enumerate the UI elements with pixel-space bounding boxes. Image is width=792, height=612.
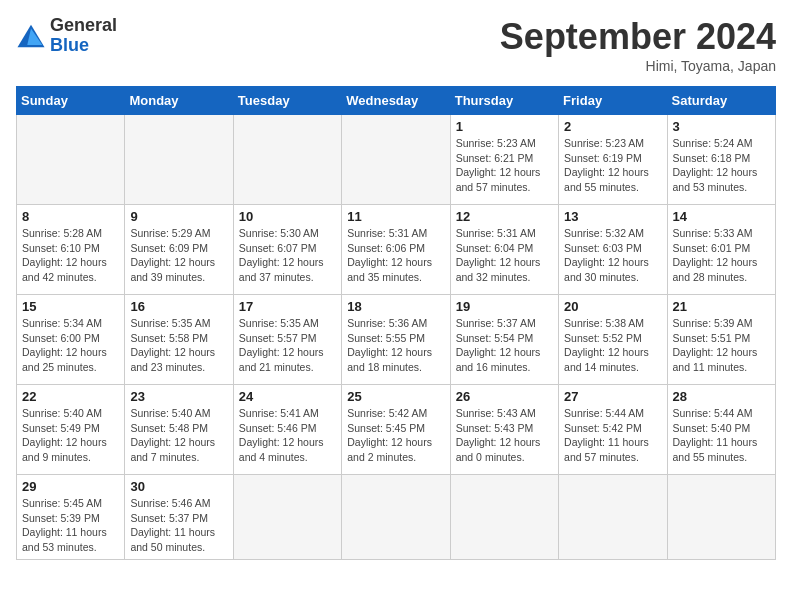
day-detail: Sunrise: 5:43 AM Sunset: 5:43 PM Dayligh… [456,406,553,465]
day-number: 21 [673,299,770,314]
day-number: 16 [130,299,227,314]
day-detail: Sunrise: 5:34 AM Sunset: 6:00 PM Dayligh… [22,316,119,375]
day-number: 29 [22,479,119,494]
day-number: 13 [564,209,661,224]
day-cell-25: 25Sunrise: 5:42 AM Sunset: 5:45 PM Dayli… [342,385,450,475]
location-text: Himi, Toyama, Japan [500,58,776,74]
day-cell-28: 28Sunrise: 5:44 AM Sunset: 5:40 PM Dayli… [667,385,775,475]
day-number: 14 [673,209,770,224]
page-header: General Blue September 2024 Himi, Toyama… [16,16,776,74]
day-number: 22 [22,389,119,404]
logo: General Blue [16,16,117,56]
day-detail: Sunrise: 5:33 AM Sunset: 6:01 PM Dayligh… [673,226,770,285]
empty-cell [125,115,233,205]
day-number: 26 [456,389,553,404]
week-row-5: 29Sunrise: 5:45 AM Sunset: 5:39 PM Dayli… [17,475,776,560]
day-detail: Sunrise: 5:24 AM Sunset: 6:18 PM Dayligh… [673,136,770,195]
day-number: 18 [347,299,444,314]
day-number: 20 [564,299,661,314]
day-detail: Sunrise: 5:23 AM Sunset: 6:19 PM Dayligh… [564,136,661,195]
day-number: 28 [673,389,770,404]
day-cell-11: 11Sunrise: 5:31 AM Sunset: 6:06 PM Dayli… [342,205,450,295]
empty-cell [667,475,775,560]
day-detail: Sunrise: 5:44 AM Sunset: 5:42 PM Dayligh… [564,406,661,465]
day-cell-2: 2Sunrise: 5:23 AM Sunset: 6:19 PM Daylig… [559,115,667,205]
day-cell-30: 30Sunrise: 5:46 AM Sunset: 5:37 PM Dayli… [125,475,233,560]
day-number: 17 [239,299,336,314]
day-cell-12: 12Sunrise: 5:31 AM Sunset: 6:04 PM Dayli… [450,205,558,295]
logo-text: General Blue [50,16,117,56]
day-cell-15: 15Sunrise: 5:34 AM Sunset: 6:00 PM Dayli… [17,295,125,385]
logo-icon [16,21,46,51]
empty-cell [342,475,450,560]
day-number: 15 [22,299,119,314]
day-header-monday: Monday [125,87,233,115]
day-cell-18: 18Sunrise: 5:36 AM Sunset: 5:55 PM Dayli… [342,295,450,385]
day-number: 9 [130,209,227,224]
day-header-tuesday: Tuesday [233,87,341,115]
day-cell-14: 14Sunrise: 5:33 AM Sunset: 6:01 PM Dayli… [667,205,775,295]
calendar-header-row: SundayMondayTuesdayWednesdayThursdayFrid… [17,87,776,115]
week-row-4: 22Sunrise: 5:40 AM Sunset: 5:49 PM Dayli… [17,385,776,475]
day-detail: Sunrise: 5:23 AM Sunset: 6:21 PM Dayligh… [456,136,553,195]
day-detail: Sunrise: 5:35 AM Sunset: 5:58 PM Dayligh… [130,316,227,375]
day-number: 23 [130,389,227,404]
day-detail: Sunrise: 5:30 AM Sunset: 6:07 PM Dayligh… [239,226,336,285]
month-title: September 2024 [500,16,776,58]
day-detail: Sunrise: 5:39 AM Sunset: 5:51 PM Dayligh… [673,316,770,375]
day-detail: Sunrise: 5:37 AM Sunset: 5:54 PM Dayligh… [456,316,553,375]
empty-cell [559,475,667,560]
day-detail: Sunrise: 5:28 AM Sunset: 6:10 PM Dayligh… [22,226,119,285]
empty-cell [17,115,125,205]
day-cell-1: 1Sunrise: 5:23 AM Sunset: 6:21 PM Daylig… [450,115,558,205]
day-detail: Sunrise: 5:29 AM Sunset: 6:09 PM Dayligh… [130,226,227,285]
day-number: 3 [673,119,770,134]
day-detail: Sunrise: 5:44 AM Sunset: 5:40 PM Dayligh… [673,406,770,465]
day-detail: Sunrise: 5:46 AM Sunset: 5:37 PM Dayligh… [130,496,227,555]
calendar-table: SundayMondayTuesdayWednesdayThursdayFrid… [16,86,776,560]
day-detail: Sunrise: 5:31 AM Sunset: 6:06 PM Dayligh… [347,226,444,285]
day-cell-17: 17Sunrise: 5:35 AM Sunset: 5:57 PM Dayli… [233,295,341,385]
day-number: 10 [239,209,336,224]
day-number: 27 [564,389,661,404]
day-detail: Sunrise: 5:35 AM Sunset: 5:57 PM Dayligh… [239,316,336,375]
day-header-wednesday: Wednesday [342,87,450,115]
logo-blue-text: Blue [50,36,117,56]
logo-general-text: General [50,16,117,36]
day-detail: Sunrise: 5:36 AM Sunset: 5:55 PM Dayligh… [347,316,444,375]
day-cell-3: 3Sunrise: 5:24 AM Sunset: 6:18 PM Daylig… [667,115,775,205]
day-cell-23: 23Sunrise: 5:40 AM Sunset: 5:48 PM Dayli… [125,385,233,475]
day-cell-9: 9Sunrise: 5:29 AM Sunset: 6:09 PM Daylig… [125,205,233,295]
day-cell-13: 13Sunrise: 5:32 AM Sunset: 6:03 PM Dayli… [559,205,667,295]
day-header-saturday: Saturday [667,87,775,115]
empty-cell [233,475,341,560]
empty-cell [450,475,558,560]
day-cell-21: 21Sunrise: 5:39 AM Sunset: 5:51 PM Dayli… [667,295,775,385]
day-cell-27: 27Sunrise: 5:44 AM Sunset: 5:42 PM Dayli… [559,385,667,475]
empty-cell [233,115,341,205]
day-number: 12 [456,209,553,224]
day-header-thursday: Thursday [450,87,558,115]
week-row-3: 15Sunrise: 5:34 AM Sunset: 6:00 PM Dayli… [17,295,776,385]
day-detail: Sunrise: 5:45 AM Sunset: 5:39 PM Dayligh… [22,496,119,555]
day-number: 8 [22,209,119,224]
day-cell-16: 16Sunrise: 5:35 AM Sunset: 5:58 PM Dayli… [125,295,233,385]
day-number: 2 [564,119,661,134]
day-cell-22: 22Sunrise: 5:40 AM Sunset: 5:49 PM Dayli… [17,385,125,475]
day-detail: Sunrise: 5:41 AM Sunset: 5:46 PM Dayligh… [239,406,336,465]
day-cell-10: 10Sunrise: 5:30 AM Sunset: 6:07 PM Dayli… [233,205,341,295]
day-cell-19: 19Sunrise: 5:37 AM Sunset: 5:54 PM Dayli… [450,295,558,385]
day-detail: Sunrise: 5:40 AM Sunset: 5:48 PM Dayligh… [130,406,227,465]
week-row-2: 8Sunrise: 5:28 AM Sunset: 6:10 PM Daylig… [17,205,776,295]
empty-cell [342,115,450,205]
day-header-friday: Friday [559,87,667,115]
day-number: 1 [456,119,553,134]
day-cell-8: 8Sunrise: 5:28 AM Sunset: 6:10 PM Daylig… [17,205,125,295]
day-cell-24: 24Sunrise: 5:41 AM Sunset: 5:46 PM Dayli… [233,385,341,475]
day-number: 19 [456,299,553,314]
title-block: September 2024 Himi, Toyama, Japan [500,16,776,74]
week-row-1: 1Sunrise: 5:23 AM Sunset: 6:21 PM Daylig… [17,115,776,205]
day-detail: Sunrise: 5:32 AM Sunset: 6:03 PM Dayligh… [564,226,661,285]
day-header-sunday: Sunday [17,87,125,115]
day-detail: Sunrise: 5:42 AM Sunset: 5:45 PM Dayligh… [347,406,444,465]
